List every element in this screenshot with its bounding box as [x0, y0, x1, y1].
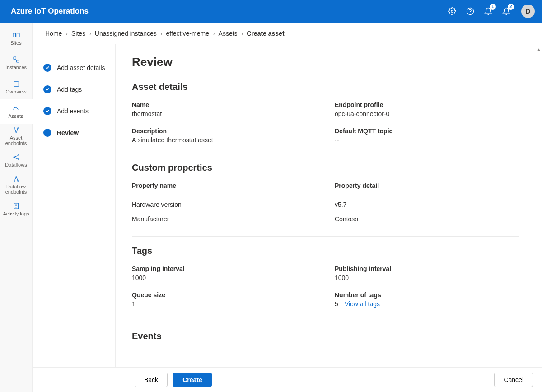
sidebar: Sites Instances Overview Assets Asset en… — [0, 23, 33, 392]
check-circle-icon — [43, 64, 51, 72]
svg-point-14 — [15, 177, 17, 178]
asset-endpoints-icon — [13, 126, 20, 134]
custom-prop-row: v5.7 — [335, 201, 519, 208]
svg-rect-5 — [14, 57, 16, 59]
app-title: Azure IoT Operations — [11, 7, 89, 16]
breadcrumb-home[interactable]: Home — [45, 30, 62, 37]
field-description: Description A simulated thermostat asset — [132, 127, 317, 144]
field-mqtt-topic: Default MQTT topic -- — [335, 127, 519, 144]
check-circle-icon — [43, 85, 51, 93]
avatar[interactable]: D — [521, 5, 535, 18]
cancel-button[interactable]: Cancel — [494, 373, 533, 387]
step-add-tags[interactable]: Add tags — [43, 79, 108, 100]
svg-point-13 — [18, 159, 19, 160]
create-button[interactable]: Create — [173, 373, 212, 387]
instances-icon — [13, 56, 20, 64]
sidebar-item-dataflow-endpoints[interactable]: Dataflow endpoints — [0, 173, 32, 197]
overview-icon — [13, 80, 20, 88]
wizard-footer: Back Create Cancel — [33, 367, 542, 392]
step-review[interactable]: Review — [43, 122, 108, 144]
field-queue-size: Queue size 1 — [132, 291, 317, 308]
svg-point-11 — [14, 157, 15, 158]
app-header: Azure IoT Operations 1 2 D — [0, 0, 542, 23]
breadcrumb-sites[interactable]: Sites — [71, 30, 85, 37]
assets-icon — [12, 104, 19, 112]
breadcrumb-assets[interactable]: Assets — [219, 30, 238, 37]
alerts-badge: 2 — [508, 4, 514, 10]
svg-point-12 — [18, 155, 19, 156]
sidebar-item-overview[interactable]: Overview — [0, 75, 32, 99]
section-divider — [132, 236, 519, 237]
header-actions: 1 2 D — [447, 5, 535, 18]
current-step-icon — [43, 129, 51, 137]
alerts-bell-icon[interactable]: 2 — [501, 6, 511, 16]
svg-point-0 — [451, 10, 453, 13]
check-circle-icon — [43, 107, 51, 115]
sidebar-item-dataflows[interactable]: Dataflows — [0, 148, 32, 173]
notification-bell-icon[interactable]: 1 — [483, 6, 493, 16]
svg-point-16 — [17, 180, 19, 182]
svg-point-10 — [15, 131, 17, 133]
section-asset-details-title: Asset details — [132, 82, 519, 92]
sidebar-item-instances[interactable]: Instances — [0, 51, 32, 75]
field-publishing-interval: Publishing interval 1000 — [335, 265, 519, 281]
svg-point-15 — [14, 180, 15, 182]
main-area: Home › Sites › Unassigned instances › ef… — [33, 23, 542, 392]
custom-prop-header-name: Property name — [132, 182, 317, 191]
section-custom-properties-title: Custom properties — [132, 163, 519, 173]
help-icon[interactable] — [465, 6, 475, 16]
chevron-right-icon: › — [65, 30, 68, 37]
chevron-right-icon: › — [213, 30, 215, 37]
chevron-right-icon: › — [89, 30, 91, 37]
wizard-steps: Add asset details Add tags Add events Re… — [33, 44, 116, 367]
chevron-right-icon: › — [241, 30, 243, 37]
step-add-asset-details[interactable]: Add asset details — [43, 57, 108, 79]
svg-point-8 — [14, 128, 15, 129]
activity-logs-icon — [13, 202, 20, 210]
sidebar-item-asset-endpoints[interactable]: Asset endpoints — [0, 124, 32, 148]
breadcrumb-instance[interactable]: effective-meme — [166, 30, 209, 37]
chevron-right-icon: › — [160, 30, 163, 37]
dataflows-icon — [13, 153, 20, 161]
sidebar-item-sites[interactable]: Sites — [0, 26, 32, 51]
field-number-of-tags: Number of tags 5 View all tags — [335, 291, 519, 308]
section-tags-title: Tags — [132, 246, 519, 256]
section-events-title: Events — [132, 331, 519, 341]
sites-icon — [12, 31, 20, 39]
back-button[interactable]: Back — [135, 373, 168, 387]
sidebar-item-assets[interactable]: Assets — [0, 99, 33, 124]
field-sampling-interval: Sampling interval 1000 — [132, 265, 317, 281]
field-endpoint-profile: Endpoint profile opc-ua-connector-0 — [335, 101, 519, 117]
gear-icon[interactable] — [447, 6, 457, 16]
step-add-events[interactable]: Add events — [43, 100, 108, 122]
breadcrumb-current: Create asset — [247, 30, 284, 37]
custom-prop-row: Contoso — [335, 215, 519, 223]
custom-prop-header-detail: Property detail — [335, 182, 519, 191]
scrollbar[interactable]: ▲ — [536, 44, 542, 367]
svg-point-1 — [467, 8, 474, 15]
field-name: Name thermostat — [132, 101, 317, 117]
dataflow-endpoints-icon — [13, 175, 20, 183]
breadcrumb: Home › Sites › Unassigned instances › ef… — [33, 23, 542, 44]
svg-rect-4 — [17, 33, 19, 37]
custom-prop-row: Manufacturer — [132, 215, 317, 223]
scroll-up-icon[interactable]: ▲ — [537, 46, 541, 53]
sidebar-item-activity-logs[interactable]: Activity logs — [0, 197, 32, 221]
svg-rect-3 — [13, 33, 16, 37]
view-all-tags-link[interactable]: View all tags — [345, 300, 380, 308]
review-panel: Review Asset details Name thermostat End… — [116, 44, 536, 367]
svg-point-9 — [17, 128, 19, 129]
svg-rect-7 — [14, 82, 19, 87]
page-title: Review — [132, 55, 519, 69]
breadcrumb-unassigned[interactable]: Unassigned instances — [95, 30, 157, 37]
svg-rect-6 — [16, 60, 19, 62]
custom-prop-row: Hardware version — [132, 201, 317, 208]
notification-badge: 1 — [490, 4, 496, 10]
